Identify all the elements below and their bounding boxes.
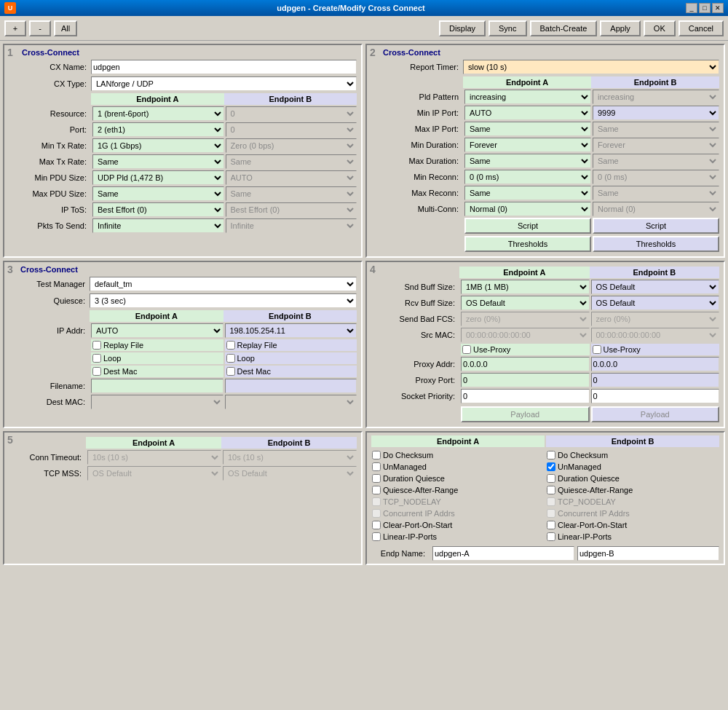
maximize-button[interactable]: □ bbox=[699, 3, 711, 13]
max-reconn-a-select[interactable]: Same bbox=[464, 186, 591, 200]
all-button[interactable]: All bbox=[54, 20, 77, 36]
min-ip-port-b-select[interactable]: 9999 bbox=[593, 106, 719, 120]
min-tx-b-select[interactable]: Zero (0 bps) bbox=[226, 138, 357, 153]
unmanaged-a-checkbox[interactable] bbox=[372, 462, 381, 471]
tcp-mss-b-select[interactable]: OS Default bbox=[223, 466, 357, 481]
do-checksum-b-checkbox[interactable] bbox=[547, 451, 555, 459]
multi-conn-a-select[interactable]: Normal (0) bbox=[464, 202, 591, 216]
minimize-button[interactable]: _ bbox=[686, 3, 697, 13]
min-pdu-b-select[interactable]: AUTO bbox=[226, 170, 357, 185]
dest-mac-b-checkbox[interactable] bbox=[226, 367, 235, 376]
duration-quiesce-b-checkbox[interactable] bbox=[547, 474, 555, 483]
pkts-to-send-a-select[interactable]: Infinite bbox=[92, 218, 224, 233]
thresholds-b-button[interactable]: Thresholds bbox=[593, 236, 719, 252]
max-ip-port-a-select[interactable]: Same bbox=[464, 122, 591, 136]
min-reconn-b-select[interactable]: 0 (0 ms) bbox=[593, 170, 719, 184]
cx-name-input[interactable] bbox=[91, 60, 357, 74]
proxy-addr-b-input[interactable] bbox=[591, 357, 720, 371]
replay-file-a-checkbox[interactable] bbox=[92, 341, 101, 350]
quiesce-after-range-b-checkbox[interactable] bbox=[547, 486, 555, 494]
ip-addr-a-select[interactable]: AUTO bbox=[91, 323, 223, 338]
dest-mac-a-select[interactable] bbox=[91, 395, 223, 409]
socket-priority-a-input[interactable] bbox=[461, 389, 590, 403]
snd-buff-a-select[interactable]: 1MB (1 MB) bbox=[461, 280, 590, 294]
unmanaged-b-checkbox[interactable] bbox=[547, 462, 555, 471]
payload-a-button[interactable]: Payload bbox=[461, 406, 590, 422]
max-reconn-b-select[interactable]: Same bbox=[593, 186, 719, 200]
script-a-button[interactable]: Script bbox=[464, 218, 591, 234]
replay-file-b-checkbox[interactable] bbox=[226, 341, 235, 350]
linear-ip-a-checkbox[interactable] bbox=[372, 532, 381, 541]
socket-priority-b-input[interactable] bbox=[591, 389, 720, 403]
conn-timeout-a-select[interactable]: 10s (10 s) bbox=[87, 450, 221, 465]
apply-button[interactable]: Apply bbox=[600, 20, 641, 36]
proxy-port-a-input[interactable] bbox=[461, 373, 590, 387]
snd-buff-b-select[interactable]: OS Default bbox=[591, 280, 720, 294]
conn-timeout-b-select[interactable]: 10s (10 s) bbox=[223, 450, 357, 465]
close-button[interactable]: ✕ bbox=[712, 3, 724, 13]
rcv-buff-a-select[interactable]: OS Default bbox=[461, 296, 590, 310]
use-proxy-b-checkbox[interactable] bbox=[593, 345, 601, 354]
port-b-select[interactable]: 0 bbox=[226, 122, 357, 137]
tcp-nodelay-a-checkbox[interactable] bbox=[372, 497, 381, 506]
src-mac-b-select[interactable]: 00:00:00:00:00:00 bbox=[591, 328, 720, 342]
max-tx-b-select[interactable]: Same bbox=[226, 154, 357, 169]
thresholds-a-button[interactable]: Thresholds bbox=[464, 236, 591, 252]
pkts-to-send-b-select[interactable]: Infinite bbox=[226, 218, 357, 233]
endp-name-a-input[interactable] bbox=[432, 546, 574, 561]
filename-a-input[interactable] bbox=[91, 379, 223, 393]
cancel-button[interactable]: Cancel bbox=[678, 20, 724, 36]
min-pdu-a-select[interactable]: UDP Pld (1,472 B) bbox=[92, 170, 224, 185]
pld-pattern-b-select[interactable]: increasing bbox=[593, 90, 719, 104]
clear-port-b-checkbox[interactable] bbox=[547, 521, 555, 529]
loop-b-checkbox[interactable] bbox=[226, 354, 235, 363]
test-manager-select[interactable]: default_tm bbox=[90, 277, 357, 291]
loop-a-checkbox[interactable] bbox=[92, 354, 101, 363]
script-b-button[interactable]: Script bbox=[593, 218, 719, 234]
ip-tos-a-select[interactable]: Best Effort (0) bbox=[92, 202, 224, 217]
resource-b-select[interactable]: 0 bbox=[226, 106, 357, 121]
add-button[interactable]: + bbox=[4, 20, 26, 36]
dest-mac-b-select[interactable] bbox=[225, 395, 357, 409]
linear-ip-b-checkbox[interactable] bbox=[547, 532, 555, 541]
min-duration-b-select[interactable]: Forever bbox=[593, 138, 719, 152]
proxy-addr-a-input[interactable] bbox=[461, 357, 590, 371]
min-tx-a-select[interactable]: 1G (1 Gbps) bbox=[92, 138, 224, 153]
concurrent-ip-b-checkbox[interactable] bbox=[547, 509, 555, 518]
min-ip-port-a-select[interactable]: AUTO bbox=[464, 106, 591, 120]
resource-a-select[interactable]: 1 (brent-6port) bbox=[92, 106, 224, 121]
max-tx-a-select[interactable]: Same bbox=[92, 154, 224, 169]
max-pdu-a-select[interactable]: Same bbox=[92, 186, 224, 201]
quiesce-select[interactable]: 3 (3 sec) bbox=[90, 293, 357, 308]
send-bad-fcs-b-select[interactable]: zero (0%) bbox=[591, 312, 720, 326]
report-timer-select[interactable]: slow (10 s) bbox=[463, 60, 719, 74]
remove-button[interactable]: - bbox=[29, 20, 51, 36]
max-pdu-b-select[interactable]: Same bbox=[226, 186, 357, 201]
send-bad-fcs-a-select[interactable]: zero (0%) bbox=[461, 312, 590, 326]
quiesce-after-range-a-checkbox[interactable] bbox=[372, 486, 381, 494]
multi-conn-b-select[interactable]: Normal (0) bbox=[593, 202, 719, 216]
ok-button[interactable]: OK bbox=[644, 20, 676, 36]
ip-tos-b-select[interactable]: Best Effort (0) bbox=[226, 202, 357, 217]
sync-button[interactable]: Sync bbox=[488, 20, 526, 36]
batch-create-button[interactable]: Batch-Create bbox=[530, 20, 598, 36]
proxy-port-b-input[interactable] bbox=[591, 373, 720, 387]
dest-mac-a-checkbox[interactable] bbox=[92, 367, 101, 376]
use-proxy-a-checkbox[interactable] bbox=[462, 345, 471, 354]
do-checksum-a-checkbox[interactable] bbox=[372, 451, 381, 459]
tcp-nodelay-b-checkbox[interactable] bbox=[547, 497, 555, 506]
endp-name-b-input[interactable] bbox=[577, 546, 719, 561]
ip-addr-b-select[interactable]: 198.105.254.11 bbox=[225, 323, 357, 338]
max-ip-port-b-select[interactable]: Same bbox=[593, 122, 719, 136]
filename-b-input[interactable] bbox=[225, 379, 357, 393]
src-mac-a-select[interactable]: 00:00:00:00:00:00 bbox=[461, 328, 590, 342]
duration-quiesce-a-checkbox[interactable] bbox=[372, 474, 381, 483]
max-duration-b-select[interactable]: Same bbox=[593, 154, 719, 168]
min-reconn-a-select[interactable]: 0 (0 ms) bbox=[464, 170, 591, 184]
cx-type-select[interactable]: LANforge / UDP bbox=[91, 76, 357, 91]
min-duration-a-select[interactable]: Forever bbox=[464, 138, 591, 152]
tcp-mss-a-select[interactable]: OS Default bbox=[87, 466, 221, 481]
concurrent-ip-a-checkbox[interactable] bbox=[372, 509, 381, 518]
max-duration-a-select[interactable]: Same bbox=[464, 154, 591, 168]
port-a-select[interactable]: 2 (eth1) bbox=[92, 122, 224, 137]
